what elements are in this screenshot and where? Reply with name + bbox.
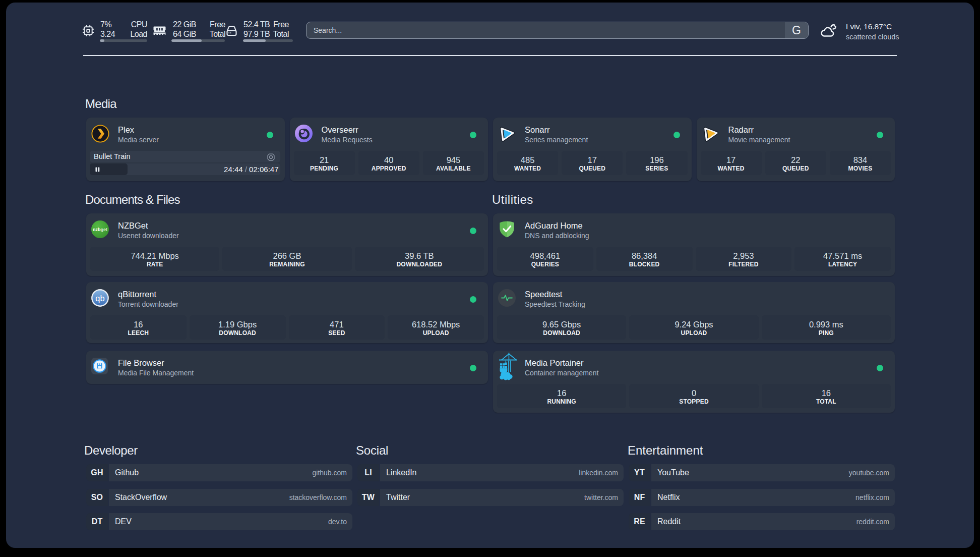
svg-text:qb: qb	[95, 294, 104, 303]
svg-text:nzbget: nzbget	[93, 227, 107, 232]
